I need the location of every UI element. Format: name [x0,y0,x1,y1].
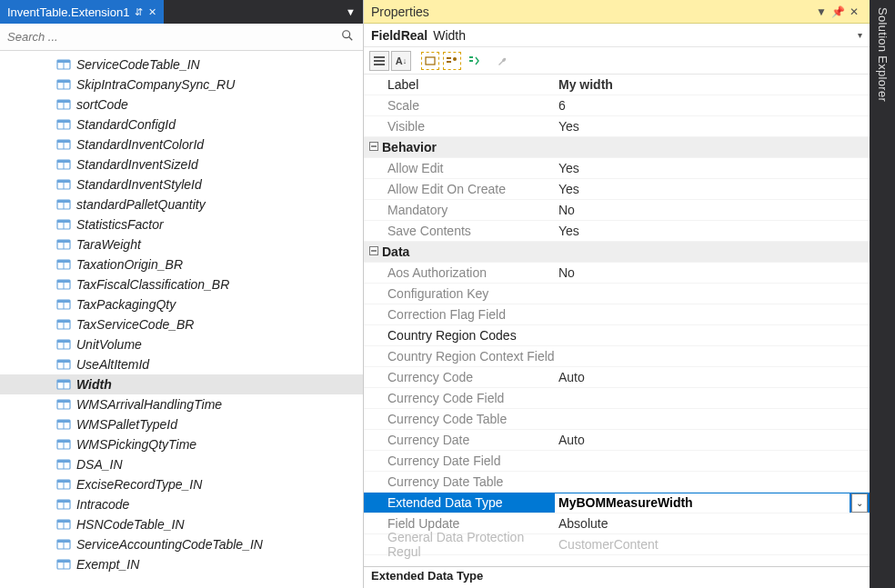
property-name: Country Region Context Field [364,349,555,364]
tab-overflow-button[interactable]: ▼ [338,0,363,24]
document-tabbar: InventTable.Extension1 ⇵ ✕ ▼ [0,0,363,24]
categorized-button[interactable] [369,51,389,71]
tree-item[interactable]: TaraWeight [0,234,363,254]
tree-item[interactable]: ServiceCodeTable_IN [0,55,363,75]
property-row[interactable]: Country Region Codes [364,325,870,346]
property-pages-button[interactable] [420,51,440,71]
property-row[interactable]: Aos AuthorizationNo [364,263,870,284]
property-grid[interactable]: LabelMy widthScale6VisibleYesBehaviorAll… [364,75,870,566]
tree-item[interactable]: StatisticsFactor [0,214,363,234]
property-row[interactable]: Allow EditYes [364,158,870,179]
property-row[interactable]: MandatoryNo [364,200,870,221]
tree-item[interactable]: TaxServiceCode_BR [0,314,363,334]
property-row[interactable]: Extended Data TypeMyBOMMeasureWidth⌄ [364,493,870,513]
property-row[interactable]: Correction Flag Field [364,304,870,325]
property-row[interactable]: Currency CodeAuto [364,367,870,388]
property-row[interactable]: Currency Code Field [364,388,870,409]
property-row[interactable]: Configuration Key [364,284,870,304]
search-input[interactable] [5,29,337,45]
tree-item[interactable]: sortCode [0,95,363,115]
tree-item[interactable]: ServiceAccountingCodeTable_IN [0,534,363,554]
tree-item[interactable]: WMSPickingQtyTime [0,434,363,454]
tree-item[interactable]: WMSPalletTypeId [0,414,363,434]
property-row[interactable]: VisibleYes [364,116,870,137]
search-icon[interactable] [337,29,357,45]
object-selector[interactable]: FieldReal Width ▾ [364,24,870,47]
dropdown-icon[interactable]: ▼ [813,5,830,18]
tree-item[interactable]: TaxationOrigin_BR [0,254,363,274]
tree-item[interactable]: HSNCodeTable_IN [0,514,363,534]
tree-item[interactable]: standardPalletQuantity [0,194,363,214]
wrench-button [493,51,513,71]
property-row[interactable]: Currency Code Table [364,409,870,430]
property-row[interactable]: Save ContentsYes [364,221,870,242]
tree-item[interactable]: DSA_IN [0,454,363,474]
tree-item[interactable]: UnitVolume [0,334,363,354]
tree-item-label: StatisticsFactor [76,217,164,232]
property-value[interactable]: 6 [555,98,870,113]
solution-explorer-tab[interactable]: Solution Explorer [870,0,895,588]
svg-rect-42 [57,320,70,323]
tree-item[interactable]: StandardInventStyleId [0,174,363,194]
property-row[interactable]: General Data Protection RegulCustomerCon… [364,534,870,555]
field-icon [55,217,73,232]
tree-item[interactable]: Width [0,374,363,394]
collapse-icon[interactable] [364,246,380,257]
property-row[interactable]: Currency DateAuto [364,430,870,451]
tree-item[interactable]: TaxFiscalClassification_BR [0,274,363,294]
property-row[interactable]: Country Region Context Field [364,346,870,367]
grouped-button[interactable] [442,51,462,71]
property-name: Currency Code Field [364,391,555,405]
property-description: Extended Data Type [364,566,870,588]
property-row[interactable]: Scale6 [364,95,870,116]
property-value[interactable]: CustomerContent [555,537,870,552]
property-category[interactable]: Behavior [364,137,870,158]
close-icon[interactable]: ✕ [148,6,156,18]
pin-icon[interactable]: 📌 [830,5,846,18]
property-value[interactable]: Yes [555,182,870,196]
property-value[interactable]: No [555,203,870,217]
svg-rect-85 [447,61,451,63]
field-icon [55,337,73,352]
collapse-icon[interactable] [364,142,380,153]
property-row[interactable]: Allow Edit On CreateYes [364,179,870,200]
tree-item[interactable]: ExciseRecordType_IN [0,474,363,494]
dropdown-button[interactable]: ⌄ [851,493,868,513]
chevron-down-icon: ▼ [346,6,356,17]
tree-item-label: ServiceCodeTable_IN [76,57,200,72]
property-value[interactable]: My width [555,77,870,92]
field-icon [55,117,73,132]
property-row[interactable]: Currency Date Field [364,451,870,472]
tree-item[interactable]: WMSArrivalHandlingTime [0,394,363,414]
alphabetical-button[interactable]: A↓ [391,51,411,71]
tree-item-label: HSNCodeTable_IN [76,517,185,532]
property-value[interactable]: Auto [555,433,870,447]
property-value[interactable]: No [555,265,870,280]
events-button[interactable] [464,51,484,71]
tree-item[interactable]: SkipIntraCompanySync_RU [0,75,363,95]
property-value[interactable]: Yes [555,119,870,134]
tree-item-label: sortCode [76,97,128,112]
field-tree[interactable]: ServiceCodeTable_INSkipIntraCompanySync_… [0,51,363,588]
tree-item[interactable]: Intracode [0,494,363,514]
tree-item[interactable]: StandardInventColorId [0,135,363,154]
property-category[interactable]: Data [364,242,870,263]
property-value[interactable]: Yes [555,224,870,238]
tree-item[interactable]: StandardConfigId [0,115,363,135]
document-tab[interactable]: InventTable.Extension1 ⇵ ✕ [0,0,164,24]
close-icon[interactable]: ✕ [846,5,862,18]
property-value[interactable]: Auto [555,370,870,384]
properties-toolbar: A↓ [364,47,870,75]
tree-item[interactable]: UseAltItemId [0,354,363,374]
property-value[interactable]: Yes [555,161,870,175]
tree-item[interactable]: Exempt_IN [0,554,363,574]
property-row[interactable]: Currency Date Table [364,472,870,493]
property-row[interactable]: LabelMy width [364,75,870,95]
svg-rect-63 [57,460,70,463]
pin-icon[interactable]: ⇵ [135,6,143,18]
field-icon [55,157,73,172]
property-value[interactable]: MyBOMMeasureWidth [555,493,850,513]
property-value[interactable]: Absolute [555,516,870,531]
tree-item[interactable]: StandardInventSizeId [0,154,363,174]
tree-item[interactable]: TaxPackagingQty [0,294,363,314]
